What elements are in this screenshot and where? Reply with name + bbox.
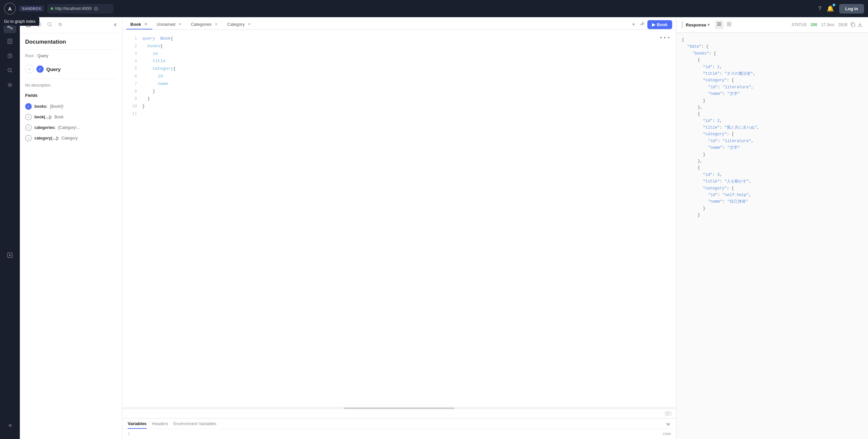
add-tab-button[interactable]: +	[630, 21, 637, 29]
tab-env-variables[interactable]: Environment Variables	[173, 421, 216, 429]
sidebar-icon-search[interactable]	[4, 64, 16, 77]
svg-rect-23	[665, 411, 671, 415]
doc-field-category[interactable]: + category(…): Category	[25, 133, 117, 143]
breadcrumb-current: Query	[37, 54, 48, 58]
svg-rect-34	[730, 25, 731, 26]
svg-line-21	[51, 26, 52, 27]
doc-nav: ‹ ✓ Query	[25, 65, 117, 73]
doc-field-add-icon-3[interactable]: +	[25, 135, 32, 141]
svg-rect-27	[666, 414, 670, 414]
code-line-6: 6 id	[122, 73, 676, 80]
svg-point-10	[8, 68, 11, 72]
svg-rect-24	[666, 412, 667, 413]
doc-collapse-icon[interactable]	[112, 22, 118, 28]
code-line-5: 5 category {	[122, 65, 676, 73]
tab-headers[interactable]: Headers	[152, 421, 168, 429]
svg-rect-26	[669, 412, 670, 413]
response-header: Response ▾	[677, 17, 868, 33]
svg-point-0	[8, 26, 9, 28]
doc-field-categories[interactable]: + categories: [Category!…	[25, 122, 117, 133]
doc-field-book[interactable]: + book(…): Book	[25, 112, 117, 122]
app-logo[interactable]: A	[4, 3, 16, 14]
keyboard-shortcut-icon	[665, 411, 672, 417]
code-editor[interactable]: ••• 1 query Book{ 2 books{ 3 id 4 title …	[122, 30, 676, 407]
tab-close-categories[interactable]: ✕	[214, 22, 219, 27]
doc-section-title: Query	[46, 66, 61, 72]
tab-unnamed[interactable]: Unnamed ✕	[153, 20, 186, 29]
variables-panel: Variables Headers Environment Variables …	[122, 418, 676, 439]
tab-close-unnamed[interactable]: ✕	[177, 22, 182, 27]
sidebar-icon-play[interactable]	[4, 249, 16, 262]
code-line-2: 2 books{	[122, 43, 676, 50]
svg-point-20	[48, 23, 51, 26]
documentation-panel: Documentation Root › Query ‹ ✓ Query No …	[20, 17, 122, 439]
sandbox-badge: SANDBOX	[19, 6, 44, 11]
url-bar[interactable]: http://localhost:4000/ ⚙	[47, 4, 114, 13]
response-list-view-icon[interactable]	[715, 21, 723, 29]
doc-panel-title: Documentation	[25, 39, 117, 45]
connection-status-dot	[51, 7, 53, 10]
doc-field-checked-icon: ✓	[25, 103, 32, 110]
doc-field-books[interactable]: ✓ books: [Book!]!	[25, 101, 117, 112]
svg-rect-33	[727, 25, 729, 26]
status-label: STATUS	[792, 23, 807, 27]
code-line-8: 8 }	[122, 88, 676, 96]
sidebar-icon-settings[interactable]	[4, 79, 16, 91]
tab-category[interactable]: Category ✕	[223, 20, 256, 29]
code-line-11: 11	[122, 110, 676, 118]
doc-settings-icon[interactable]	[56, 21, 64, 30]
main-layout: Documentation Root › Query ‹ ✓ Query No …	[0, 17, 868, 439]
login-button[interactable]: Log in	[839, 4, 864, 13]
download-icon[interactable]	[858, 22, 863, 28]
code-line-10: 10 }	[122, 103, 676, 110]
svg-rect-25	[667, 412, 668, 413]
code-line-4: 4 title	[122, 58, 676, 65]
variables-tabs: Variables Headers Environment Variables	[122, 418, 676, 429]
tab-close-category[interactable]: ✕	[247, 22, 252, 27]
response-border	[682, 22, 683, 28]
svg-rect-31	[727, 22, 729, 24]
svg-point-2	[11, 28, 12, 29]
editor-area: Book ✕ Unnamed ✕ Categories ✕ Category ✕…	[122, 17, 676, 439]
code-line-9: 9 }	[122, 95, 676, 103]
variables-content: 1 JSON	[122, 429, 676, 439]
notifications-icon[interactable]: 🔔	[827, 5, 834, 12]
code-more-button[interactable]: •••	[659, 35, 671, 41]
sidebar-icon-history[interactable]	[4, 49, 16, 62]
variables-expand-icon[interactable]	[665, 422, 671, 429]
run-button[interactable]: ▶ Book	[647, 20, 673, 29]
run-icon: ▶	[652, 22, 655, 27]
run-button-label: Book	[657, 22, 668, 27]
doc-field-add-icon-2[interactable]: +	[25, 124, 32, 131]
svg-point-22	[59, 24, 61, 26]
doc-back-button[interactable]: ‹	[25, 65, 34, 73]
svg-line-11	[11, 71, 12, 72]
svg-marker-14	[9, 254, 11, 256]
tabs-actions: + ▶ Book	[630, 20, 672, 29]
tab-categories[interactable]: Categories ✕	[187, 20, 223, 29]
tab-variables[interactable]: Variables	[128, 421, 147, 429]
tab-close-book[interactable]: ✕	[143, 22, 148, 27]
status-code: 200	[811, 23, 817, 27]
topbar-tooltip: Go to graph index	[0, 17, 39, 26]
tab-book[interactable]: Book ✕	[126, 20, 152, 29]
tabs-bar: Book ✕ Unnamed ✕ Categories ✕ Category ✕…	[122, 17, 676, 30]
url-settings-icon[interactable]: ⚙	[94, 6, 98, 12]
copy-icon[interactable]	[850, 22, 856, 28]
sidebar-icon-collapse[interactable]	[4, 419, 16, 432]
topbar: A SANDBOX http://localhost:4000/ ⚙ Go to…	[0, 0, 868, 17]
response-dropdown-icon[interactable]: ▾	[708, 23, 710, 27]
sidebar-icon-docs[interactable]	[4, 35, 16, 47]
response-label: Response ▾	[686, 23, 710, 28]
response-grid-view-icon[interactable]	[725, 21, 733, 29]
response-panel: Response ▾	[676, 17, 868, 439]
var-line-num: 1	[128, 432, 133, 436]
share-button[interactable]	[640, 22, 645, 28]
code-line-3: 3 id	[122, 50, 676, 58]
doc-field-add-icon[interactable]: +	[25, 114, 32, 120]
var-json-label: JSON	[662, 432, 671, 436]
help-icon[interactable]: ?	[818, 5, 822, 12]
breadcrumb: Root › Query	[25, 54, 117, 58]
doc-search-icon[interactable]	[45, 21, 54, 30]
topbar-right: ? 🔔 Log in	[818, 4, 864, 13]
